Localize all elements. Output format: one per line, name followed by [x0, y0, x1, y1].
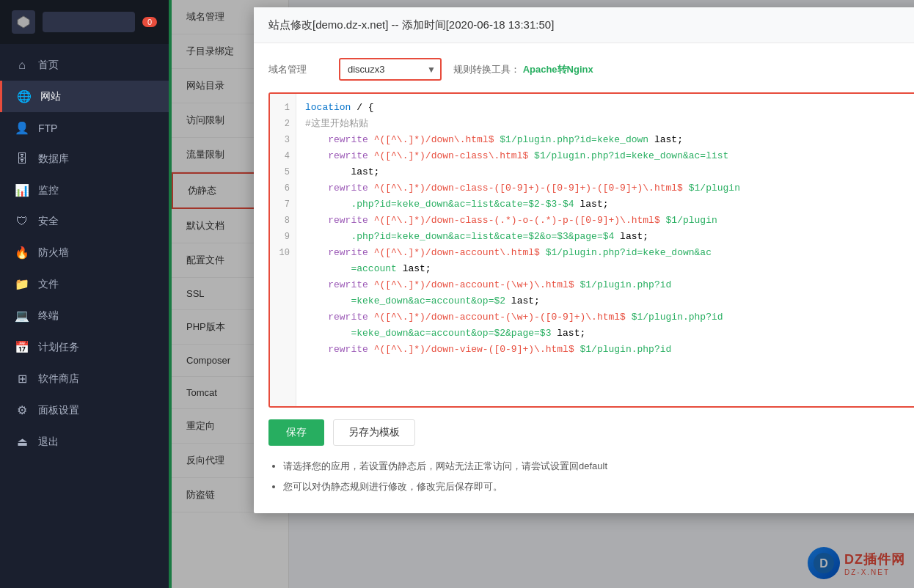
- code-line-9: rewrite ^([^\.]*)/down-account-(\w+)-([0…: [305, 309, 914, 342]
- sidebar-label-logout: 退出: [38, 436, 59, 449]
- sidebar-item-monitor[interactable]: 📊 监控: [0, 174, 169, 206]
- line-number-8: 8: [270, 213, 296, 229]
- save-template-button[interactable]: 另存为模板: [333, 419, 415, 446]
- code-line-3: rewrite ^([^\.]*)/down\.html$ $1/plugin.…: [305, 132, 914, 148]
- files-icon: 📁: [15, 277, 29, 291]
- modal-body: 域名管理 discuzx3 default wordpress ▼ 规则转换工具…: [254, 43, 914, 513]
- tip-item: 请选择您的应用，若设置伪静态后，网站无法正常访问，请尝试设置回default: [283, 457, 914, 475]
- code-line-5: rewrite ^([^\.]*)/down-class-([0-9]+)-([…: [305, 180, 914, 213]
- line-number-1: 1: [270, 100, 296, 116]
- sidebar-label-ftp: FTP: [38, 122, 57, 134]
- line-number-10: 10: [270, 245, 296, 261]
- app-select[interactable]: discuzx3 default wordpress: [339, 58, 442, 81]
- sidebar-label-files: 文件: [38, 278, 59, 291]
- sidebar-label-database: 数据库: [38, 152, 69, 166]
- domain-row: 域名管理 discuzx3 default wordpress ▼ 规则转换工具…: [268, 58, 914, 81]
- modal-header: 站点修改[demo.dz-x.net] -- 添加时间[2020-06-18 1…: [254, 7, 914, 43]
- apache-to-nginx-link[interactable]: Apache转Nginx: [523, 64, 593, 75]
- tips-list: 请选择您的应用，若设置伪静态后，网站无法正常访问，请尝试设置回default您可…: [268, 457, 914, 496]
- sidebar-label-panel: 面板设置: [38, 404, 79, 417]
- logout-icon: ⏏: [15, 435, 29, 449]
- domain-label: 域名管理: [268, 63, 327, 76]
- line-numbers: 12345678910: [270, 94, 296, 406]
- button-row: 保存 另存为模板: [268, 419, 914, 446]
- main-content: 域名管理子目录绑定网站目录访问限制流量限制伪静态默认文档配置文件SSLPHP版本…: [169, 0, 914, 588]
- line-number-7: 7: [270, 196, 296, 213]
- ftp-icon: 👤: [15, 121, 29, 135]
- sidebar-item-appstore[interactable]: ⊞ 软件商店: [0, 363, 169, 394]
- sidebar-label-security: 安全: [38, 215, 59, 228]
- code-editor[interactable]: 12345678910 location / {#这里开始粘贴 rewrite …: [268, 92, 914, 408]
- website-icon: 🌐: [17, 89, 32, 103]
- code-line-10: rewrite ^([^\.]*)/down-view-([0-9]+)\.ht…: [305, 342, 914, 358]
- sidebar-item-terminal[interactable]: 💻 终端: [0, 300, 169, 331]
- notification-badge[interactable]: 0: [142, 17, 157, 27]
- security-icon: 🛡: [15, 215, 29, 228]
- tip-item: 您可以对伪静态规则进行修改，修改完后保存即可。: [283, 478, 914, 496]
- firewall-icon: 🔥: [15, 246, 29, 260]
- code-content[interactable]: location / {#这里开始粘贴 rewrite ^([^\.]*)/do…: [296, 94, 914, 406]
- sidebar: 0 ⌂ 首页 🌐 网站 👤 FTP 🗄 数据库 📊 监控 🛡 安全 🔥 防火墙 …: [0, 0, 169, 588]
- sidebar-label-monitor: 监控: [38, 184, 59, 197]
- line-number-3: 3: [270, 132, 296, 148]
- panel-icon: ⚙: [15, 403, 29, 417]
- sidebar-label-home: 首页: [38, 59, 59, 72]
- monitor-icon: 📊: [15, 183, 29, 197]
- sidebar-search[interactable]: [43, 12, 135, 32]
- line-number-4: 4: [270, 148, 296, 164]
- sidebar-logo: [12, 10, 35, 34]
- sidebar-item-panel[interactable]: ⚙ 面板设置: [0, 394, 169, 426]
- code-line-8: rewrite ^([^\.]*)/down-account-(\w+)\.ht…: [305, 277, 914, 309]
- line-number-2: 2: [270, 116, 296, 132]
- modal-title: 站点修改[demo.dz-x.net] -- 添加时间[2020-06-18 1…: [268, 18, 554, 32]
- sidebar-item-security[interactable]: 🛡 安全: [0, 206, 169, 237]
- sidebar-item-website[interactable]: 🌐 网站: [0, 81, 169, 112]
- terminal-icon: 💻: [15, 309, 29, 323]
- home-icon: ⌂: [15, 59, 29, 72]
- sidebar-item-firewall[interactable]: 🔥 防火墙: [0, 237, 169, 268]
- sidebar-nav: ⌂ 首页 🌐 网站 👤 FTP 🗄 数据库 📊 监控 🛡 安全 🔥 防火墙 📁 …: [0, 44, 169, 588]
- save-button[interactable]: 保存: [268, 419, 324, 446]
- sidebar-item-home[interactable]: ⌂ 首页: [0, 50, 169, 81]
- tasks-icon: 📅: [15, 340, 29, 354]
- line-number-5: 5: [270, 164, 296, 180]
- sidebar-label-tasks: 计划任务: [38, 341, 79, 354]
- sidebar-label-appstore: 软件商店: [38, 372, 79, 386]
- code-line-1: location / {: [305, 100, 914, 116]
- modal-dialog: 站点修改[demo.dz-x.net] -- 添加时间[2020-06-18 1…: [254, 7, 914, 513]
- sidebar-item-database[interactable]: 🗄 数据库: [0, 144, 169, 174]
- sidebar-item-logout[interactable]: ⏏ 退出: [0, 426, 169, 457]
- database-icon: 🗄: [15, 152, 29, 166]
- sidebar-item-tasks[interactable]: 📅 计划任务: [0, 331, 169, 363]
- rule-tool-label: 规则转换工具： Apache转Nginx: [453, 63, 593, 76]
- line-number-6: 6: [270, 180, 296, 196]
- app-select-wrapper: discuzx3 default wordpress ▼: [339, 58, 442, 81]
- sidebar-item-files[interactable]: 📁 文件: [0, 268, 169, 300]
- sidebar-label-website: 网站: [40, 90, 61, 103]
- code-line-7: rewrite ^([^\.]*)/down-account\.html$ $1…: [305, 245, 914, 277]
- svg-marker-0: [18, 16, 29, 28]
- appstore-icon: ⊞: [15, 372, 29, 386]
- sidebar-label-terminal: 终端: [38, 309, 59, 323]
- sidebar-header: 0: [0, 0, 169, 44]
- code-line-4: rewrite ^([^\.]*)/down-class\.html$ $1/p…: [305, 148, 914, 180]
- sidebar-item-ftp[interactable]: 👤 FTP: [0, 112, 169, 144]
- code-line-6: rewrite ^([^\.]*)/down-class-(.*)-o-(.*)…: [305, 213, 914, 245]
- line-number-9: 9: [270, 229, 296, 245]
- sidebar-label-firewall: 防火墙: [38, 246, 69, 260]
- code-line-2: #这里开始粘贴: [305, 116, 914, 132]
